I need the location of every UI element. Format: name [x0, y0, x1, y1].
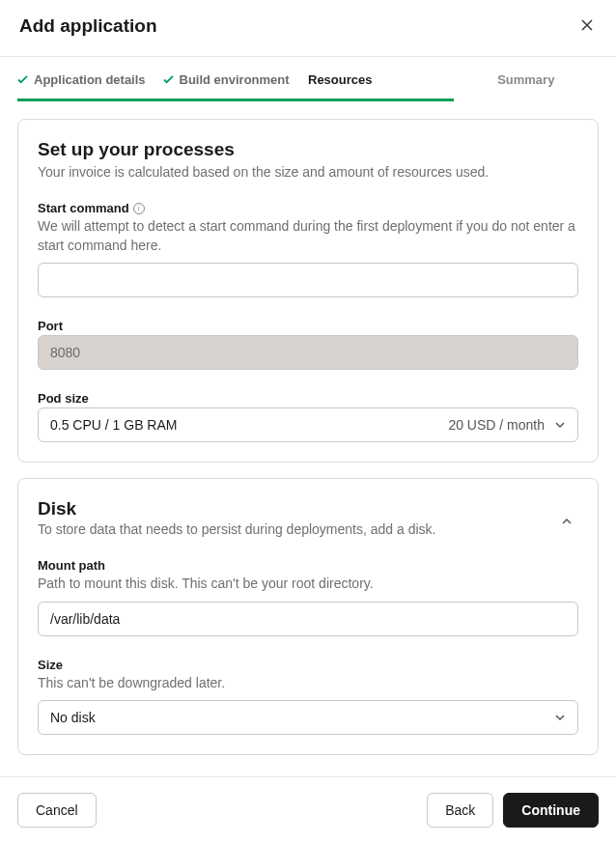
- back-button[interactable]: Back: [427, 793, 493, 828]
- pod-size-value: 0.5 CPU / 1 GB RAM: [50, 417, 177, 433]
- info-icon[interactable]: i: [133, 203, 145, 214]
- footer: Cancel Back Continue: [0, 776, 616, 843]
- continue-button[interactable]: Continue: [503, 793, 599, 828]
- step-summary[interactable]: Summary: [454, 57, 600, 101]
- check-icon: [17, 72, 28, 87]
- processes-card: Set up your processes Your invoice is ca…: [17, 119, 599, 463]
- start-command-input[interactable]: [38, 263, 578, 297]
- cancel-button[interactable]: Cancel: [17, 793, 97, 828]
- chevron-down-icon: [554, 714, 566, 721]
- step-label: Resources: [308, 72, 372, 87]
- size-value: No disk: [50, 710, 96, 725]
- size-label: Size: [38, 658, 63, 672]
- mount-path-input[interactable]: [38, 602, 578, 636]
- chevron-up-icon: [561, 512, 573, 528]
- start-command-label: Start command: [38, 201, 129, 215]
- disk-subtitle: To store data that needs to persist duri…: [38, 521, 435, 537]
- processes-subtitle: Your invoice is calculated based on the …: [38, 164, 578, 180]
- disk-card: Disk To store data that needs to persist…: [17, 478, 599, 755]
- pod-size-select[interactable]: 0.5 CPU / 1 GB RAM 20 USD / month: [38, 407, 578, 442]
- check-icon: [163, 72, 174, 87]
- disk-heading: Disk: [38, 498, 435, 520]
- pod-size-label: Pod size: [38, 391, 89, 406]
- port-label: Port: [38, 319, 63, 333]
- pod-size-price: 20 USD / month: [448, 417, 545, 433]
- step-application-details[interactable]: Application details: [17, 57, 163, 101]
- step-label: Summary: [497, 72, 554, 87]
- step-label: Application details: [34, 72, 146, 87]
- close-icon: [581, 18, 593, 34]
- stepper: Application details Build environment Re…: [0, 57, 616, 101]
- step-label: Build environment: [180, 72, 290, 87]
- mount-path-label: Mount path: [38, 558, 105, 573]
- size-select[interactable]: No disk: [38, 700, 578, 735]
- processes-heading: Set up your processes: [38, 139, 578, 160]
- mount-path-help: Path to mount this disk. This can't be y…: [38, 575, 578, 594]
- chevron-down-icon: [554, 421, 566, 429]
- disk-collapse-button[interactable]: [555, 506, 578, 535]
- close-button[interactable]: [577, 15, 597, 37]
- size-help: This can't be downgraded later.: [38, 674, 578, 693]
- start-command-help: We will attempt to detect a start comman…: [38, 217, 578, 255]
- step-build-environment[interactable]: Build environment: [163, 57, 309, 101]
- modal-title: Add application: [19, 15, 157, 37]
- port-input: [38, 335, 578, 370]
- step-resources[interactable]: Resources: [308, 57, 454, 101]
